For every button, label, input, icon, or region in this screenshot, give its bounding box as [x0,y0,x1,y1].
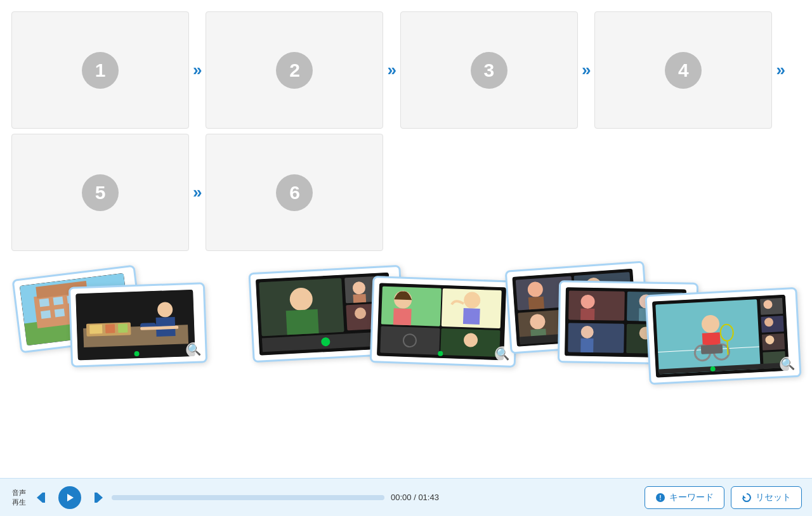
arrow-2-3: » [383,60,400,80]
svg-rect-18 [118,324,128,333]
svg-rect-17 [105,324,115,333]
story-number-2: 2 [276,52,313,89]
svg-text:!: ! [659,494,661,501]
magnify-icon-2[interactable]: 🔍 [186,342,202,358]
skip-forward-icon [90,491,104,505]
story-card-4[interactable]: 4 [594,11,772,129]
svg-rect-16 [89,325,102,334]
svg-rect-27 [286,309,319,335]
svg-marker-92 [67,494,74,501]
svg-rect-42 [380,326,440,355]
skip-forward-button[interactable] [89,489,105,506]
svg-rect-68 [580,339,593,352]
play-button[interactable] [57,485,82,510]
player-label: 音声 再生 [10,488,28,506]
video-inner-7 [652,295,789,378]
arrow-4-next: » [772,60,789,80]
info-icon: ! [655,493,665,503]
svg-rect-66 [568,323,624,353]
svg-rect-30 [353,294,366,303]
svg-rect-36 [381,287,442,326]
svg-rect-75 [702,332,721,345]
keyword-button[interactable]: ! キーワード [645,486,724,509]
story-number-4: 4 [665,52,702,89]
story-row-2: 5 » 6 [11,134,383,251]
story-number-3: 3 [471,52,508,89]
video-stack-area: 🔍 [6,262,806,440]
svg-rect-4 [39,298,49,307]
svg-rect-91 [43,493,45,503]
storyboard-grid: 1 » 2 » 3 » 4 » 5 » 6 [0,0,812,256]
svg-line-80 [727,341,728,355]
progress-bar-container[interactable] [112,495,384,500]
svg-rect-7 [41,310,51,319]
skip-back-icon [36,491,49,505]
story-row-1: 1 » 2 » 3 » 4 » [11,11,789,129]
arrow-5-6: » [189,183,206,202]
story-card-3[interactable]: 3 [400,11,578,129]
story-card-1[interactable]: 1 [11,11,189,129]
svg-rect-8 [55,309,65,318]
skip-back-button[interactable] [34,489,51,506]
svg-rect-38 [393,308,412,325]
svg-marker-93 [97,493,103,503]
story-number-5: 5 [82,174,119,211]
story-card-2[interactable]: 2 [206,11,383,129]
video-card-4[interactable]: 🔍 [370,276,519,368]
svg-marker-90 [37,493,43,503]
player-bar: 音声 再生 00:00 / 01:43 ! [0,478,812,516]
video-card-2[interactable]: 🔍 [69,282,207,367]
video-card-7[interactable]: 🔍 [645,287,801,385]
svg-rect-62 [580,309,594,320]
svg-rect-49 [528,297,544,310]
arrow-1-2: » [189,60,206,80]
magnify-icon-4[interactable]: 🔍 [495,346,511,362]
play-icon-circle [58,486,81,509]
video-inner-4 [377,283,506,360]
story-card-6[interactable]: 6 [206,134,383,251]
story-number-1: 1 [82,52,119,89]
time-display: 00:00 / 01:43 [391,493,439,502]
svg-marker-97 [743,495,746,498]
reset-button[interactable]: リセット [731,486,802,509]
svg-rect-41 [463,308,480,325]
video-inner-2 [75,290,195,360]
story-number-6: 6 [276,174,313,211]
svg-rect-60 [568,290,625,321]
svg-rect-94 [95,493,97,503]
magnify-icon-7[interactable]: 🔍 [780,356,796,372]
reset-icon [742,493,752,503]
svg-rect-5 [53,297,63,306]
play-triangle-icon [65,493,74,502]
arrow-3-4: » [578,60,594,80]
story-card-5[interactable]: 5 [11,134,189,251]
player-right-controls: ! キーワード リセット [645,486,802,509]
svg-rect-78 [701,344,723,354]
